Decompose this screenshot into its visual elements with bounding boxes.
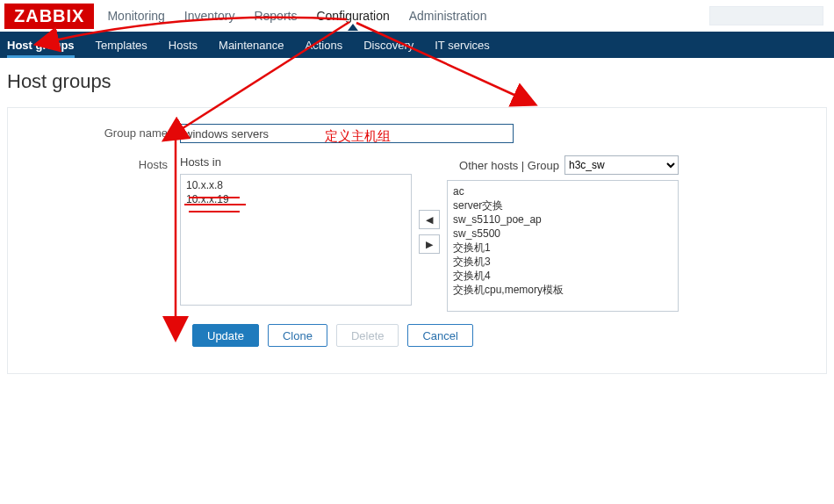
list-item[interactable]: 10.x.x.8 — [186, 178, 406, 192]
move-left-button[interactable]: ◀ — [419, 210, 440, 229]
delete-button: Delete — [336, 324, 399, 347]
other-hosts-list[interactable]: acserver交换sw_s5110_poe_apsw_s5500交换机1交换机… — [447, 180, 679, 312]
topnav-item[interactable]: Administration — [409, 9, 487, 23]
search-input[interactable] — [709, 6, 823, 25]
list-item[interactable]: 交换机cpu,memory模板 — [453, 283, 672, 297]
logo: ZABBIX — [5, 4, 93, 28]
group-name-label: Group name — [25, 124, 180, 143]
list-item[interactable]: 10.x.x.19 — [186, 192, 406, 206]
list-item[interactable]: ac — [453, 184, 672, 198]
list-item[interactable]: 交换机3 — [453, 255, 672, 269]
subnav-item[interactable]: Hosts — [169, 39, 198, 52]
list-item[interactable]: sw_s5500 — [453, 227, 672, 241]
group-name-input[interactable] — [180, 124, 514, 143]
topnav-item[interactable]: Inventory — [184, 9, 235, 23]
subnav-item[interactable]: Discovery — [363, 39, 413, 52]
form-panel: Group name Hosts Hosts in 10.x.x.810.x.x… — [7, 107, 827, 374]
hosts-in-list[interactable]: 10.x.x.810.x.x.19 — [180, 174, 412, 306]
list-item[interactable]: 交换机1 — [453, 241, 672, 255]
subnav-item[interactable]: IT services — [435, 39, 490, 52]
subnav-item[interactable]: Maintenance — [219, 39, 284, 52]
topnav-item[interactable]: Monitoring — [107, 9, 164, 23]
hosts-in-label: Hosts in — [180, 155, 412, 169]
list-item[interactable]: sw_s5110_poe_ap — [453, 212, 672, 227]
group-select[interactable]: h3c_sw — [564, 155, 679, 175]
list-item[interactable]: server交换 — [453, 198, 672, 212]
move-buttons: ◀ ▶ — [419, 210, 440, 254]
list-item[interactable]: 交换机4 — [453, 269, 672, 283]
subnav-item[interactable]: Actions — [306, 39, 343, 52]
topnav-item[interactable]: Reports — [254, 9, 297, 23]
update-button[interactable]: Update — [192, 324, 259, 347]
cancel-button[interactable]: Cancel — [407, 324, 472, 347]
page-title: Host groups — [0, 58, 834, 102]
subnav-item[interactable]: Host groups — [7, 39, 75, 52]
topnav-item[interactable]: Configuration — [316, 9, 389, 23]
search-box — [709, 6, 823, 25]
clone-button[interactable]: Clone — [268, 324, 327, 347]
move-right-button[interactable]: ▶ — [419, 234, 440, 254]
hosts-label: Hosts — [25, 155, 180, 175]
button-row: Update Clone Delete Cancel — [192, 324, 809, 347]
top-bar: ZABBIX MonitoringInventoryReportsConfigu… — [0, 0, 834, 32]
subnav-item[interactable]: Templates — [96, 39, 147, 52]
top-nav: MonitoringInventoryReportsConfigurationA… — [107, 9, 486, 23]
other-hosts-label: Other hosts | Group — [459, 159, 559, 172]
sub-nav: Host groupsTemplatesHostsMaintenanceActi… — [0, 32, 834, 58]
